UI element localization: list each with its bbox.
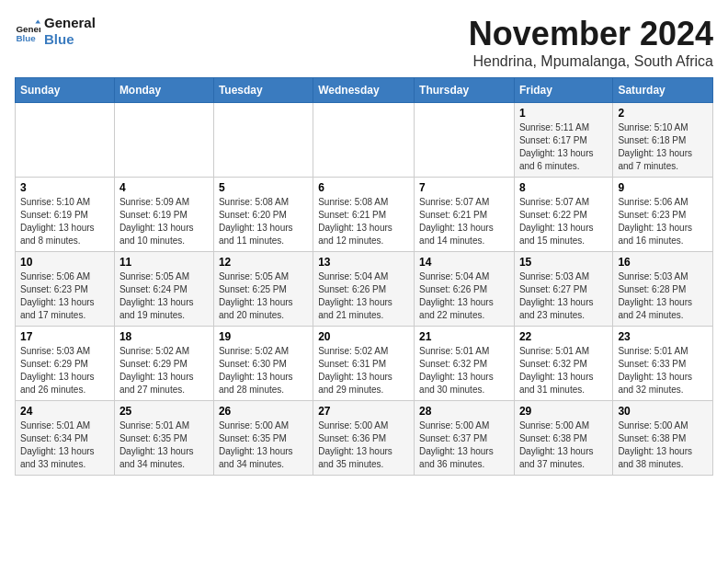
calendar-cell: 27Sunrise: 5:00 AM Sunset: 6:36 PM Dayli… (313, 401, 415, 476)
calendar-cell: 6Sunrise: 5:08 AM Sunset: 6:21 PM Daylig… (313, 178, 415, 252)
day-number: 2 (618, 107, 708, 120)
calendar-cell: 14Sunrise: 5:04 AM Sunset: 6:26 PM Dayli… (415, 252, 515, 327)
day-number: 22 (519, 330, 608, 343)
day-info: Sunrise: 5:02 AM Sunset: 6:29 PM Dayligh… (119, 345, 209, 396)
calendar-cell: 3Sunrise: 5:10 AM Sunset: 6:19 PM Daylig… (16, 178, 115, 252)
day-info: Sunrise: 5:00 AM Sunset: 6:38 PM Dayligh… (519, 419, 608, 471)
day-info: Sunrise: 5:01 AM Sunset: 6:34 PM Dayligh… (20, 419, 109, 471)
day-number: 15 (519, 256, 608, 269)
day-info: Sunrise: 5:06 AM Sunset: 6:23 PM Dayligh… (20, 270, 109, 322)
day-info: Sunrise: 5:08 AM Sunset: 6:20 PM Dayligh… (219, 196, 308, 247)
day-number: 16 (618, 256, 708, 269)
day-number: 17 (20, 330, 109, 343)
calendar-week-2: 3Sunrise: 5:10 AM Sunset: 6:19 PM Daylig… (16, 178, 713, 252)
calendar-week-3: 10Sunrise: 5:06 AM Sunset: 6:23 PM Dayli… (16, 252, 713, 327)
day-header-wednesday: Wednesday (313, 78, 415, 103)
day-info: Sunrise: 5:03 AM Sunset: 6:27 PM Dayligh… (519, 270, 608, 322)
day-number: 25 (119, 405, 209, 418)
day-number: 12 (219, 256, 308, 269)
page-header: General Blue General Blue November 2024 … (15, 15, 713, 70)
calendar-cell (16, 103, 115, 178)
calendar-cell: 1Sunrise: 5:11 AM Sunset: 6:17 PM Daylig… (514, 103, 612, 178)
calendar-cell: 25Sunrise: 5:01 AM Sunset: 6:35 PM Dayli… (114, 401, 213, 476)
day-number: 13 (318, 256, 409, 269)
calendar-week-4: 17Sunrise: 5:03 AM Sunset: 6:29 PM Dayli… (16, 327, 713, 401)
day-header-monday: Monday (114, 78, 213, 103)
day-number: 23 (618, 330, 708, 343)
day-number: 26 (219, 405, 308, 418)
day-info: Sunrise: 5:01 AM Sunset: 6:33 PM Dayligh… (618, 345, 708, 396)
day-info: Sunrise: 5:01 AM Sunset: 6:32 PM Dayligh… (419, 345, 509, 396)
day-number: 7 (419, 181, 509, 194)
day-info: Sunrise: 5:00 AM Sunset: 6:35 PM Dayligh… (219, 419, 308, 471)
calendar-table: SundayMondayTuesdayWednesdayThursdayFrid… (15, 77, 713, 476)
day-number: 10 (20, 256, 109, 269)
day-info: Sunrise: 5:00 AM Sunset: 6:37 PM Dayligh… (419, 419, 509, 471)
day-number: 18 (119, 330, 209, 343)
day-number: 6 (318, 181, 409, 194)
svg-text:Blue: Blue (16, 33, 36, 43)
calendar-cell: 4Sunrise: 5:09 AM Sunset: 6:19 PM Daylig… (114, 178, 213, 252)
title-area: November 2024 Hendrina, Mpumalanga, Sout… (469, 15, 713, 70)
day-header-sunday: Sunday (16, 78, 115, 103)
day-info: Sunrise: 5:03 AM Sunset: 6:29 PM Dayligh… (20, 345, 109, 396)
day-info: Sunrise: 5:04 AM Sunset: 6:26 PM Dayligh… (318, 270, 409, 322)
day-number: 24 (20, 405, 109, 418)
calendar-cell (114, 103, 213, 178)
calendar-week-5: 24Sunrise: 5:01 AM Sunset: 6:34 PM Dayli… (16, 401, 713, 476)
calendar-cell: 10Sunrise: 5:06 AM Sunset: 6:23 PM Dayli… (16, 252, 115, 327)
day-number: 27 (318, 405, 409, 418)
day-info: Sunrise: 5:00 AM Sunset: 6:36 PM Dayligh… (318, 419, 409, 471)
calendar-cell: 2Sunrise: 5:10 AM Sunset: 6:18 PM Daylig… (613, 103, 713, 178)
day-number: 8 (519, 181, 608, 194)
day-number: 11 (119, 256, 209, 269)
calendar-cell: 30Sunrise: 5:00 AM Sunset: 6:38 PM Dayli… (613, 401, 713, 476)
calendar-cell: 13Sunrise: 5:04 AM Sunset: 6:26 PM Dayli… (313, 252, 415, 327)
day-info: Sunrise: 5:06 AM Sunset: 6:23 PM Dayligh… (618, 196, 708, 247)
month-title: November 2024 (469, 15, 713, 53)
calendar-cell: 29Sunrise: 5:00 AM Sunset: 6:38 PM Dayli… (514, 401, 612, 476)
day-number: 19 (219, 330, 308, 343)
calendar-cell (415, 103, 515, 178)
calendar-body: 1Sunrise: 5:11 AM Sunset: 6:17 PM Daylig… (16, 103, 713, 476)
day-info: Sunrise: 5:01 AM Sunset: 6:32 PM Dayligh… (519, 345, 608, 396)
day-number: 30 (618, 405, 708, 418)
logo: General Blue General Blue (15, 15, 96, 48)
calendar-cell: 22Sunrise: 5:01 AM Sunset: 6:32 PM Dayli… (514, 327, 612, 401)
day-number: 4 (119, 181, 209, 194)
calendar-cell: 24Sunrise: 5:01 AM Sunset: 6:34 PM Dayli… (16, 401, 115, 476)
calendar-cell (213, 103, 313, 178)
day-info: Sunrise: 5:00 AM Sunset: 6:38 PM Dayligh… (618, 419, 708, 471)
calendar-cell: 16Sunrise: 5:03 AM Sunset: 6:28 PM Dayli… (613, 252, 713, 327)
calendar-cell: 28Sunrise: 5:00 AM Sunset: 6:37 PM Dayli… (415, 401, 515, 476)
calendar-cell (313, 103, 415, 178)
day-header-thursday: Thursday (415, 78, 515, 103)
day-info: Sunrise: 5:02 AM Sunset: 6:30 PM Dayligh… (219, 345, 308, 396)
day-info: Sunrise: 5:04 AM Sunset: 6:26 PM Dayligh… (419, 270, 509, 322)
calendar-cell: 12Sunrise: 5:05 AM Sunset: 6:25 PM Dayli… (213, 252, 313, 327)
day-info: Sunrise: 5:10 AM Sunset: 6:19 PM Dayligh… (20, 196, 109, 247)
calendar-week-1: 1Sunrise: 5:11 AM Sunset: 6:17 PM Daylig… (16, 103, 713, 178)
calendar-cell: 23Sunrise: 5:01 AM Sunset: 6:33 PM Dayli… (613, 327, 713, 401)
calendar-header-row: SundayMondayTuesdayWednesdayThursdayFrid… (16, 78, 713, 103)
logo-icon: General Blue (15, 18, 40, 44)
day-number: 9 (618, 181, 708, 194)
day-header-saturday: Saturday (613, 78, 713, 103)
day-info: Sunrise: 5:01 AM Sunset: 6:35 PM Dayligh… (119, 419, 209, 471)
day-info: Sunrise: 5:05 AM Sunset: 6:24 PM Dayligh… (119, 270, 209, 322)
logo-line2: Blue (44, 31, 96, 48)
day-info: Sunrise: 5:10 AM Sunset: 6:18 PM Dayligh… (618, 121, 708, 173)
calendar-cell: 15Sunrise: 5:03 AM Sunset: 6:27 PM Dayli… (514, 252, 612, 327)
day-number: 5 (219, 181, 308, 194)
day-number: 29 (519, 405, 608, 418)
calendar-cell: 5Sunrise: 5:08 AM Sunset: 6:20 PM Daylig… (213, 178, 313, 252)
day-info: Sunrise: 5:03 AM Sunset: 6:28 PM Dayligh… (618, 270, 708, 322)
day-number: 1 (519, 107, 608, 120)
day-info: Sunrise: 5:11 AM Sunset: 6:17 PM Dayligh… (519, 121, 608, 173)
calendar-cell: 20Sunrise: 5:02 AM Sunset: 6:31 PM Dayli… (313, 327, 415, 401)
day-number: 3 (20, 181, 109, 194)
day-header-tuesday: Tuesday (213, 78, 313, 103)
calendar-cell: 18Sunrise: 5:02 AM Sunset: 6:29 PM Dayli… (114, 327, 213, 401)
day-info: Sunrise: 5:07 AM Sunset: 6:21 PM Dayligh… (419, 196, 509, 247)
calendar-cell: 21Sunrise: 5:01 AM Sunset: 6:32 PM Dayli… (415, 327, 515, 401)
